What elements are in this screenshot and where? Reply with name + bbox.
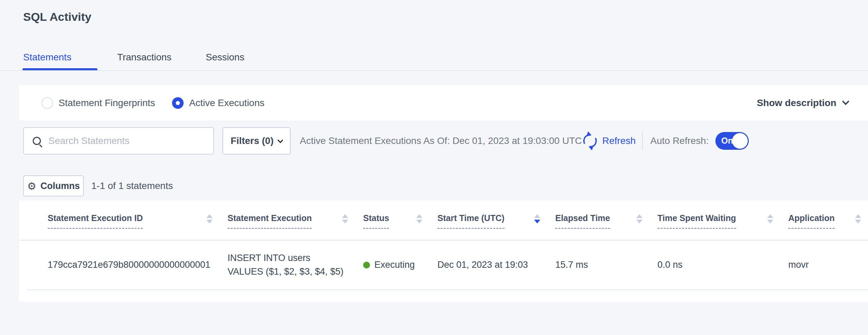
- refresh-button[interactable]: Refresh: [583, 127, 636, 155]
- sort-control[interactable]: [416, 214, 422, 223]
- radio-label: Statement Fingerprints: [59, 98, 155, 108]
- page-title: SQL Activity: [23, 10, 91, 24]
- sort-control[interactable]: [206, 214, 213, 223]
- radio-active-executions[interactable]: Active Executions: [172, 97, 264, 109]
- header-start-time[interactable]: Start Time (UTC): [437, 214, 555, 229]
- tab-transactions[interactable]: Transactions: [117, 48, 171, 63]
- status-label: Executing: [374, 260, 415, 270]
- header-application[interactable]: Application: [788, 214, 868, 229]
- cell-execution-id[interactable]: 179cca7921e679b80000000000000001: [48, 260, 228, 270]
- search-icon: [33, 137, 41, 145]
- sql-activity-tabs: Statements Transactions Sessions: [23, 48, 868, 71]
- gear-icon: ⚙: [27, 180, 36, 192]
- view-mode-radio-group: Statement Fingerprints Active Executions: [42, 97, 264, 109]
- status-executing-dot-icon: [363, 262, 370, 268]
- show-description-button[interactable]: Show description: [757, 85, 848, 120]
- sort-control[interactable]: [342, 214, 348, 223]
- cell-start-time: Dec 01, 2023 at 19:03: [437, 260, 555, 270]
- toggle-state-label: On: [721, 136, 733, 146]
- result-count: 1-1 of 1 statements: [91, 175, 173, 196]
- header-statement-execution-id[interactable]: Statement Execution ID: [48, 214, 228, 229]
- sort-control-active-desc[interactable]: [534, 214, 540, 223]
- radio-unselected-icon[interactable]: [42, 97, 53, 109]
- tabs-bottom-border: [0, 70, 868, 71]
- refresh-label: Refresh: [602, 135, 636, 146]
- toggle-knob: [732, 133, 748, 149]
- radio-statement-fingerprints[interactable]: Statement Fingerprints: [42, 97, 155, 109]
- radio-selected-icon[interactable]: [172, 97, 184, 109]
- row-bottom-border: [27, 289, 868, 290]
- table-row[interactable]: 179cca7921e679b80000000000000001 INSERT …: [19, 241, 868, 289]
- sort-control[interactable]: [767, 214, 773, 223]
- auto-refresh-control: Auto Refresh: On: [650, 127, 749, 155]
- columns-button[interactable]: ⚙ Columns: [23, 175, 84, 196]
- controls-row: Filters (0) Active Statement Executions …: [0, 127, 868, 155]
- search-box[interactable]: [23, 127, 214, 155]
- view-mode-card: Statement Fingerprints Active Executions…: [19, 85, 868, 120]
- table-header-row: Statement Execution ID Statement Executi…: [19, 201, 868, 241]
- vertical-divider: [642, 131, 643, 150]
- chevron-down-icon: [278, 137, 283, 143]
- cell-status: Executing: [363, 260, 437, 270]
- auto-refresh-label: Auto Refresh:: [650, 135, 709, 146]
- cell-time-spent-waiting: 0.0 ns: [657, 260, 788, 270]
- table-toolbar: ⚙ Columns 1-1 of 1 statements: [0, 175, 868, 196]
- header-elapsed-time[interactable]: Elapsed Time: [555, 214, 657, 229]
- cell-application: movr: [788, 260, 868, 270]
- tab-statements[interactable]: Statements: [23, 48, 83, 63]
- cell-elapsed-time: 15.7 ms: [555, 260, 657, 270]
- filters-button[interactable]: Filters (0): [222, 127, 291, 155]
- chevron-down-icon: [842, 98, 849, 105]
- cell-statement[interactable]: INSERT INTO users VALUES ($1, $2, $3, $4…: [228, 251, 363, 278]
- header-statement-execution[interactable]: Statement Execution: [228, 214, 363, 229]
- statements-table: Statement Execution ID Statement Executi…: [19, 201, 868, 302]
- as-of-text: Active Statement Executions As Of: Dec 0…: [300, 127, 582, 155]
- refresh-icon: [582, 132, 599, 149]
- show-description-label: Show description: [757, 98, 836, 108]
- sort-control[interactable]: [636, 214, 642, 223]
- header-status[interactable]: Status: [363, 214, 437, 229]
- columns-label: Columns: [41, 181, 80, 191]
- radio-label: Active Executions: [189, 98, 264, 108]
- auto-refresh-toggle[interactable]: On: [715, 132, 749, 150]
- filters-label: Filters (0): [231, 135, 274, 146]
- header-time-spent-waiting[interactable]: Time Spent Waiting: [657, 214, 788, 229]
- search-input[interactable]: [48, 135, 198, 146]
- tab-sessions[interactable]: Sessions: [206, 48, 245, 63]
- sort-control[interactable]: [855, 214, 861, 223]
